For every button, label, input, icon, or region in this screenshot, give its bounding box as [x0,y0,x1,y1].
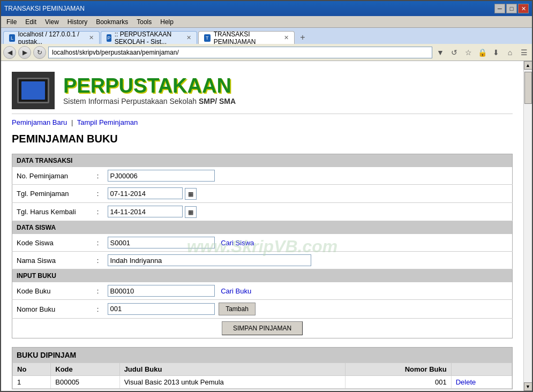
col-no: No [13,363,51,376]
minimize-button[interactable]: ─ [494,4,505,13]
tab-2-close[interactable]: ✕ [186,34,191,41]
scroll-thumb[interactable] [524,72,532,104]
kode-siswa-input[interactable] [108,237,215,248]
tab-3-label: TRANSAKSI PEMINJAMAN [214,31,281,46]
tab-1[interactable]: L localhost / 127.0.0.1 / pustak... ✕ [3,31,100,44]
tab-1-label: localhost / 127.0.0.1 / pustak... [18,31,86,46]
nomor-buku-value-cell: Tambah [103,300,513,319]
section-transaksi-header: DATA TRANSAKSI [12,154,513,168]
tgl-kembali-label: Tgl. Harus Kembali [12,203,93,221]
kode-siswa-row: Kode Siswa : Cari Siswa [12,234,513,252]
cell-nomor: 001 [346,376,451,389]
cell-kode: B00005 [51,376,119,389]
close-button[interactable]: ✕ [518,4,529,13]
back-button[interactable]: ◀ [3,46,16,59]
menu-file[interactable]: File [3,17,20,27]
nama-siswa-colon: : [93,252,103,269]
maximize-button[interactable]: □ [506,4,517,13]
menu-bar: File Edit View History Bookmarks Tools H… [1,16,532,28]
buku-dipinjam-section: BUKU DIPINJAM No Kode Judul Buku Nomor B… [12,347,513,389]
delete-link[interactable]: Delete [456,378,476,386]
nama-siswa-input[interactable] [108,254,311,266]
section-buku-header: INPUT BUKU [12,269,513,283]
page-area: PERPUSTAKAAN Sistem Informasi Perpustaka… [1,61,532,391]
col-action [451,363,512,376]
tab-3-close[interactable]: ✕ [284,34,289,41]
table-row: 1 B00005 Visual Basic 2013 untuk Pemula … [13,376,512,389]
no-peminjaman-colon: : [93,167,103,185]
home-icon[interactable]: ⌂ [504,47,516,58]
cell-no: 1 [13,376,51,389]
kode-siswa-colon: : [93,234,103,252]
section-siswa-row: DATA SISWA [12,221,513,235]
cari-buku-link[interactable]: Cari Buku [221,287,251,295]
tgl-kembali-input[interactable] [108,206,183,217]
tab-1-favicon: L [9,34,15,42]
cell-judul: Visual Basic 2013 untuk Pemula [119,376,346,389]
kode-buku-input[interactable] [108,285,215,297]
address-input[interactable] [48,47,432,58]
tgl-peminjaman-colon: : [93,185,103,203]
nav-separator: | [71,118,73,126]
tgl-kembali-calendar-button[interactable]: ▦ [185,206,197,218]
scroll-down-button[interactable]: ▼ [524,382,532,391]
nama-siswa-row: Nama Siswa : [12,252,513,269]
kode-buku-colon: : [93,282,103,300]
subtitle-bold: SMP/ SMA [199,97,236,105]
scroll-track [524,70,532,382]
tab-bar: L localhost / 127.0.0.1 / pustak... ✕ P … [1,28,532,44]
no-peminjaman-input[interactable] [108,170,215,182]
menu-view[interactable]: View [42,17,62,27]
site-logo [12,72,55,109]
kode-buku-value-cell: Cari Buku [103,282,513,300]
logo-screen [21,81,45,100]
tgl-kembali-value-cell: ▦ [103,203,513,221]
tab-3[interactable]: T TRANSAKSI PEMINJAMAN ✕ [198,31,295,44]
save-row: SIMPAN PINJAMAN [12,319,513,338]
menu-bookmarks[interactable]: Bookmarks [93,17,131,27]
col-nomor: Nomor Buku [346,363,451,376]
save-button[interactable]: SIMPAN PINJAMAN [222,321,303,335]
dropdown-icon[interactable]: ▼ [434,47,446,58]
star-icon[interactable]: ☆ [462,47,474,58]
menu-help[interactable]: Help [157,17,177,27]
tab-1-close[interactable]: ✕ [89,34,94,41]
section-buku-row: INPUT BUKU [12,269,513,283]
tambah-button[interactable]: Tambah [219,303,256,315]
menu-history[interactable]: History [64,17,91,27]
buku-table-header-row: No Kode Judul Buku Nomor Buku [13,363,512,376]
subtitle-plain: Sistem Informasi Perpustakaan Sekolah [63,97,199,105]
nav-tampil-peminjaman[interactable]: Tampil Peminjaman [77,118,138,126]
tgl-peminjaman-calendar-button[interactable]: ▦ [185,188,197,200]
kode-buku-row: Kode Buku : Cari Buku [12,282,513,300]
cari-siswa-link[interactable]: Cari Siswa [221,239,254,247]
no-peminjaman-value-cell [103,167,513,185]
tab-2[interactable]: P :: PERPUSTAKAAN SEKOLAH - Sist... ✕ [101,31,197,44]
new-tab-button[interactable]: + [296,31,310,44]
kode-buku-label: Kode Buku [12,282,93,300]
refresh-button[interactable]: ↻ [33,46,46,59]
scroll-up-button[interactable]: ▲ [524,61,532,70]
download-icon[interactable]: ⬇ [490,47,502,58]
nomor-buku-input[interactable] [108,303,215,315]
site-header: PERPUSTAKAAN Sistem Informasi Perpustaka… [12,66,513,114]
menu-tools[interactable]: Tools [133,17,155,27]
nav-peminjaman-baru[interactable]: Peminjaman Baru [12,118,67,126]
menu-icon[interactable]: ☰ [518,47,530,58]
menu-edit[interactable]: Edit [22,17,40,27]
tgl-peminjaman-input[interactable] [108,187,183,199]
tgl-peminjaman-row: Tgl. Peminjaman : ▦ [12,185,513,203]
kode-siswa-label: Kode Siswa [12,234,93,252]
lock-icon[interactable]: 🔒 [476,47,488,58]
section-transaksi-row: DATA TRANSAKSI [12,154,513,168]
tgl-kembali-row: Tgl. Harus Kembali : ▦ [12,203,513,221]
nomor-buku-label: Nomor Buku [12,300,93,319]
tab-3-favicon: T [204,34,211,42]
tgl-peminjaman-label: Tgl. Peminjaman [12,185,93,203]
page-content: PERPUSTAKAAN Sistem Informasi Perpustaka… [1,61,523,391]
section-siswa-header: DATA SISWA [12,221,513,235]
refresh-icon[interactable]: ↺ [448,47,460,58]
forward-button[interactable]: ▶ [18,46,31,59]
no-peminjaman-row: No. Peminjaman : [12,167,513,185]
tgl-peminjaman-value-cell: ▦ [103,185,513,203]
